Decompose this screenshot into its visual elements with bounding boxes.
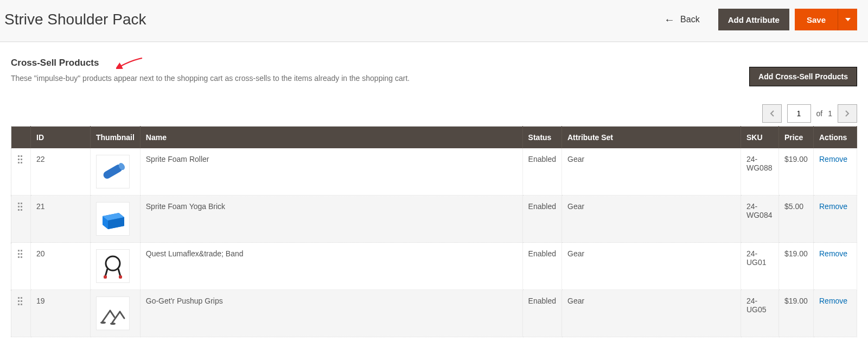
- drag-handle-icon[interactable]: [17, 202, 25, 212]
- cell-id: 19: [31, 290, 91, 337]
- cell-sku: 24-UG01: [741, 243, 779, 290]
- svg-rect-10: [18, 206, 20, 207]
- svg-rect-11: [21, 206, 22, 207]
- cell-id: 20: [31, 243, 91, 290]
- col-status[interactable]: Status: [522, 127, 561, 149]
- cell-id: 22: [31, 148, 91, 196]
- col-actions[interactable]: Actions: [814, 127, 857, 149]
- svg-rect-26: [21, 300, 22, 302]
- cell-status: Enabled: [522, 148, 561, 196]
- cell-price: $5.00: [779, 196, 814, 243]
- col-attribute-set[interactable]: Attribute Set: [562, 127, 741, 149]
- cell-price: $19.00: [779, 148, 814, 196]
- cross-sell-section: Cross-Sell Products These "impulse-buy" …: [0, 42, 868, 348]
- grid-header-row: ID Thumbnail Name Status Attribute Set S…: [11, 127, 857, 149]
- svg-rect-18: [18, 256, 20, 258]
- add-cross-sell-products-button[interactable]: Add Cross-Sell Products: [749, 67, 857, 86]
- svg-rect-22: [119, 275, 122, 279]
- table-row: 20 Quest Lumaflex&trade; BandEnabledGear…: [11, 243, 857, 290]
- svg-rect-13: [21, 209, 22, 211]
- cell-thumbnail: [91, 243, 141, 290]
- cell-price: $19.00: [779, 290, 814, 337]
- cell-name: Go-Get'r Pushup Grips: [140, 290, 522, 337]
- remove-link[interactable]: Remove: [819, 249, 847, 258]
- back-label: Back: [680, 15, 700, 24]
- annotation-arrow-icon: [116, 57, 143, 71]
- section-title: Cross-Sell Products: [11, 58, 99, 68]
- arrow-left-icon: ←: [664, 14, 675, 25]
- table-row: 19 Go-Get'r Pushup GripsEnabledGear24-UG…: [11, 290, 857, 337]
- cell-status: Enabled: [522, 243, 561, 290]
- cell-status: Enabled: [522, 290, 561, 337]
- svg-point-30: [110, 323, 116, 325]
- cell-sku: 24-WG088: [741, 148, 779, 196]
- section-header-left: Cross-Sell Products These "impulse-buy" …: [11, 57, 749, 94]
- svg-rect-24: [21, 297, 22, 299]
- cell-attribute-set: Gear: [562, 148, 741, 196]
- svg-rect-16: [18, 253, 20, 255]
- col-name[interactable]: Name: [140, 127, 522, 149]
- remove-link[interactable]: Remove: [819, 155, 847, 163]
- cell-attribute-set: Gear: [562, 290, 741, 337]
- svg-rect-17: [21, 253, 22, 255]
- section-header-right: Add Cross-Sell Products: [749, 57, 857, 86]
- svg-rect-2: [18, 159, 20, 160]
- cell-actions: Remove: [814, 243, 857, 290]
- remove-link[interactable]: Remove: [819, 202, 847, 211]
- pagination: of 1: [11, 104, 857, 123]
- cell-attribute-set: Gear: [562, 243, 741, 290]
- col-drag: [11, 127, 31, 149]
- table-row: 21 Sprite Foam Yoga BrickEnabledGear24-W…: [11, 196, 857, 243]
- page-title: Strive Shoulder Pack: [4, 11, 664, 28]
- product-thumbnail: [96, 249, 130, 283]
- svg-point-29: [100, 322, 106, 324]
- back-button[interactable]: ← Back: [664, 14, 700, 25]
- product-thumbnail: [96, 155, 130, 188]
- section-header-row: Cross-Sell Products These "impulse-buy" …: [11, 57, 857, 94]
- svg-rect-12: [18, 209, 20, 211]
- cell-sku: 24-UG05: [741, 290, 779, 337]
- svg-rect-25: [18, 300, 20, 302]
- save-dropdown-toggle[interactable]: [838, 9, 857, 30]
- svg-rect-5: [21, 162, 22, 163]
- cell-thumbnail: [91, 196, 141, 243]
- cell-attribute-set: Gear: [562, 196, 741, 243]
- cell-name: Quest Lumaflex&trade; Band: [140, 243, 522, 290]
- col-thumbnail[interactable]: Thumbnail: [91, 127, 141, 149]
- pager-total: 1: [828, 109, 832, 118]
- cell-thumbnail: [91, 290, 141, 337]
- pager-current-input[interactable]: [787, 104, 811, 123]
- pager-next-button[interactable]: [838, 104, 857, 123]
- cell-price: $19.00: [779, 243, 814, 290]
- svg-rect-15: [21, 250, 22, 251]
- table-row: 22 Sprite Foam RollerEnabledGear24-WG088…: [11, 148, 857, 196]
- save-button[interactable]: Save: [795, 9, 838, 30]
- cell-actions: Remove: [814, 196, 857, 243]
- svg-rect-4: [18, 162, 20, 163]
- svg-rect-23: [18, 297, 20, 299]
- drag-handle-icon[interactable]: [17, 155, 25, 165]
- svg-rect-3: [21, 159, 22, 160]
- svg-rect-27: [18, 304, 20, 305]
- pager-prev-button[interactable]: [762, 104, 782, 123]
- svg-rect-8: [18, 203, 20, 204]
- col-price[interactable]: Price: [779, 127, 814, 149]
- svg-rect-9: [21, 203, 22, 204]
- chevron-left-icon: [770, 110, 774, 117]
- page-header: Strive Shoulder Pack ← Back Add Attribut…: [0, 0, 868, 42]
- cell-id: 21: [31, 196, 91, 243]
- add-attribute-button[interactable]: Add Attribute: [718, 9, 789, 30]
- col-id[interactable]: ID: [31, 127, 91, 149]
- remove-link[interactable]: Remove: [819, 297, 847, 305]
- cell-name: Sprite Foam Yoga Brick: [140, 196, 522, 243]
- svg-rect-28: [21, 304, 22, 305]
- col-sku[interactable]: SKU: [741, 127, 779, 149]
- drag-handle-icon[interactable]: [17, 297, 25, 306]
- cell-actions: Remove: [814, 290, 857, 337]
- cell-actions: Remove: [814, 148, 857, 196]
- section-description: These "impulse-buy" products appear next…: [11, 74, 749, 83]
- chevron-right-icon: [845, 110, 850, 117]
- pager-of-label: of: [816, 109, 823, 118]
- svg-point-20: [106, 256, 120, 270]
- drag-handle-icon[interactable]: [17, 249, 25, 259]
